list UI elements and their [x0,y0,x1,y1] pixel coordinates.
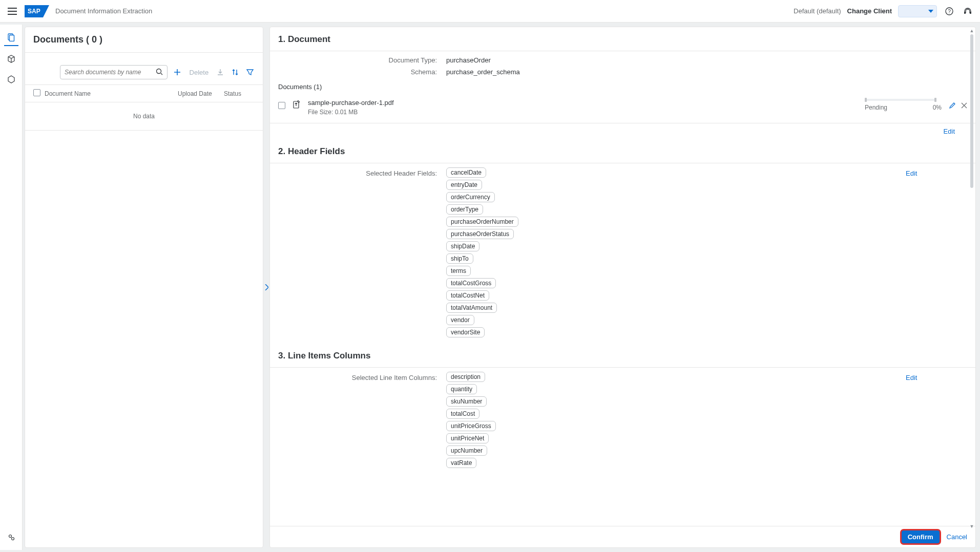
field-token: upcNumber [446,445,487,456]
svg-rect-5 [970,12,971,14]
field-token: orderType [446,204,483,215]
field-token: description [446,372,485,382]
doctype-value: purchaseOrder [446,56,491,64]
nav-settings-icon[interactable] [4,530,18,545]
field-token: totalCostGross [446,278,496,288]
section2-edit-link[interactable]: Edit [906,169,917,177]
add-button[interactable] [173,66,182,78]
nav-hex-icon[interactable] [4,73,18,87]
upload-progress-pct: 0% [933,104,942,111]
app-title: Document Information Extraction [55,7,152,15]
svg-point-10 [157,69,161,73]
side-nav [0,25,23,550]
field-token: purchaseOrderNumber [446,217,518,227]
close-icon[interactable] [961,102,967,110]
field-token: cancelDate [446,167,486,178]
filter-icon[interactable] [245,66,255,78]
field-token: totalVatAmount [446,303,497,313]
support-icon[interactable] [962,5,974,17]
svg-point-8 [9,535,11,538]
field-token: quantity [446,384,477,394]
col-status: Status [224,90,255,97]
col-upload-date: Upload Date [178,90,224,97]
help-icon[interactable]: ? [943,5,955,17]
default-client-label: Default (default) [794,7,841,15]
section-document-title: 1. Document [270,27,975,51]
topbar: SAP Document Information Extraction Defa… [0,0,980,23]
search-field[interactable] [65,69,156,76]
section-header-fields-title: 2. Header Fields [270,139,975,160]
doc-row-checkbox[interactable] [278,102,285,109]
sort-icon[interactable] [231,66,240,78]
section1-edit-link[interactable]: Edit [944,128,955,135]
footer: Confirm Cancel [270,526,975,547]
nav-documents-icon[interactable] [4,32,18,46]
field-token: unitPriceNet [446,433,489,443]
schema-label: Schema: [278,68,437,76]
field-token: terms [446,266,471,276]
field-token: unitPriceGross [446,421,496,431]
field-token: purchaseOrderStatus [446,229,514,239]
document-row: sample-purchase-order-1.pdf File Size: 0… [270,94,975,123]
field-token: totalCostNet [446,290,489,301]
select-all-checkbox[interactable] [33,89,40,96]
scrollbar-thumb[interactable] [970,34,973,188]
svg-text:?: ? [948,9,951,14]
confirm-button[interactable]: Confirm [902,530,940,543]
detail-pane: 1. Document Document Type: purchaseOrder… [269,27,976,548]
field-token: skuNumber [446,396,487,407]
field-token: orderCurrency [446,192,495,202]
schema-value: purchase_order_schema [446,68,520,76]
no-data-label: No data [25,102,263,131]
svg-point-9 [11,538,14,540]
field-token: vendor [446,315,474,325]
section3-edit-link[interactable]: Edit [906,374,917,381]
selected-header-fields-label: Selected Header Fields: [278,167,437,337]
field-token: entryDate [446,180,482,190]
download-icon [216,66,225,78]
edit-icon[interactable] [949,102,956,111]
field-token: totalCost [446,409,479,419]
sap-logo: SAP [25,5,49,17]
svg-rect-4 [964,12,966,14]
cancel-button[interactable]: Cancel [947,533,967,541]
search-input[interactable] [60,65,168,79]
vertical-scrollbar[interactable]: ▲ ▼ [969,28,974,546]
documents-subheader: Documents (1) [270,78,975,94]
documents-title: Documents ( 0 ) [33,34,255,45]
scroll-up-icon[interactable]: ▲ [969,28,974,33]
client-dropdown[interactable] [898,5,937,17]
section-line-items-title: 3. Line Items Columns [270,339,975,364]
svg-rect-7 [9,35,14,41]
file-upload-icon [293,100,301,111]
nav-cube-icon[interactable] [4,52,18,67]
documents-table-header: Document Name Upload Date Status [25,84,263,102]
documents-pane: Documents ( 0 ) Delete [25,27,263,548]
upload-progress [865,99,936,101]
field-token: vendorSite [446,327,485,337]
menu-icon[interactable] [6,5,18,17]
upload-status-label: Pending [865,104,887,111]
search-icon[interactable] [156,68,163,77]
header-field-tokens: cancelDateentryDateorderCurrencyorderTyp… [446,167,896,337]
svg-text:SAP: SAP [28,8,40,15]
chevron-down-icon [928,10,933,13]
field-token: shipTo [446,253,473,264]
line-item-tokens: descriptionquantityskuNumbertotalCostuni… [446,372,896,468]
change-client-button[interactable]: Change Client [847,7,892,15]
splitter-handle[interactable] [263,25,269,550]
file-size: File Size: 0.01 MB [308,109,394,116]
file-name: sample-purchase-order-1.pdf [308,99,394,107]
delete-button: Delete [187,69,211,76]
selected-line-item-columns-label: Selected Line Item Columns: [278,372,437,468]
col-document-name: Document Name [45,90,178,97]
scroll-down-icon[interactable]: ▼ [969,524,974,529]
field-token: vatRate [446,458,476,468]
field-token: shipDate [446,241,479,251]
doctype-label: Document Type: [278,56,437,64]
